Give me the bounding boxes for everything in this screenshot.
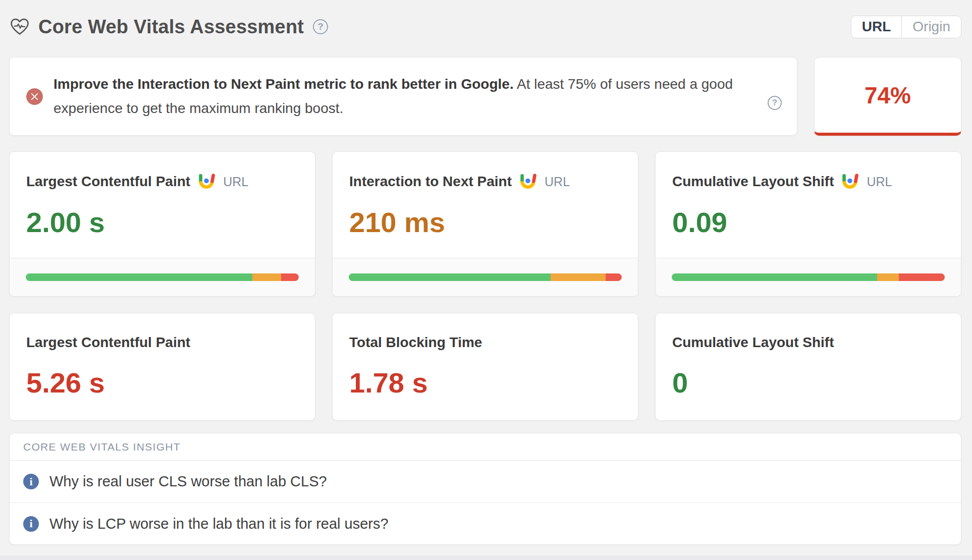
toggle-url-button[interactable]: URL [851,16,902,38]
source-tag: URL [223,175,248,189]
bar-segment-poor [281,273,299,281]
metric-card-lcp-field: Largest Contentful Paint URL 2.00 s [9,151,315,297]
insight-question: Why is LCP worse in the lab than it is f… [49,516,389,532]
metric-body: Largest Contentful Paint 5.26 s [10,313,315,418]
url-origin-toggle: URL Origin [851,16,961,38]
assessment-alert: Improve the Interaction to Next Paint me… [9,57,797,136]
metric-label: Largest Contentful Paint [26,174,190,190]
page-title: Core Web Vitals Assessment [38,16,304,38]
assessment-summary-row: Improve the Interaction to Next Paint me… [9,57,961,136]
bar-segment-poor [606,273,622,281]
info-icon: i [23,474,39,489]
metric-label-row: Cumulative Layout Shift URL [672,172,944,191]
metric-footer [10,258,315,296]
bar-segment-good [26,273,252,281]
metric-card-lcp-lab: Largest Contentful Paint 5.26 s [9,313,315,421]
metric-body: Interaction to Next Paint URL 210 ms [333,152,638,258]
chrome-crux-icon [840,172,859,191]
metric-label-row: Interaction to Next Paint URL [349,172,621,191]
field-metrics-row: Largest Contentful Paint URL 2.00 s [9,151,961,297]
bar-segment-warn [551,273,605,281]
bar-segment-warn [252,273,281,281]
lab-metrics-row: Largest Contentful Paint 5.26 s Total Bl… [9,313,961,421]
metric-label-row: Total Blocking Time [349,334,621,351]
metric-value: 5.26 s [26,369,298,397]
metric-value: 0 [672,369,944,397]
metric-card-inp-field: Interaction to Next Paint URL 210 ms [332,151,638,297]
metric-label: Total Blocking Time [349,334,482,351]
metric-footer [656,258,961,296]
metric-label: Cumulative Layout Shift [672,174,834,190]
chrome-crux-icon [197,172,216,191]
metric-value: 1.78 s [349,369,621,397]
metric-label-row: Largest Contentful Paint URL [26,172,298,191]
source-tag: URL [545,175,570,189]
header-title-group: Core Web Vitals Assessment ? [9,16,328,38]
metric-value: 0.09 [672,208,944,237]
section-header: Core Web Vitals Assessment ? URL Origin [9,0,961,40]
metric-label-row: Cumulative Layout Shift [672,334,944,351]
metric-body: Cumulative Layout Shift 0 [656,313,961,418]
toggle-origin-button[interactable]: Origin [902,16,961,38]
alert-help-icon[interactable]: ? [768,96,782,110]
metric-label: Cumulative Layout Shift [672,334,834,351]
metric-footer [333,258,638,296]
source-tag: URL [867,175,892,189]
metric-body: Largest Contentful Paint URL 2.00 s [10,152,315,258]
threshold-bar [672,273,945,281]
alert-message-emphasis: Improve the Interaction to Next Paint me… [53,76,514,92]
metric-body: Total Blocking Time 1.78 s [333,313,638,418]
x-circle-icon [26,88,43,105]
threshold-bar [349,273,622,281]
chrome-crux-icon [518,172,537,191]
bar-segment-warn [877,273,899,281]
metric-value: 2.00 s [26,208,298,237]
insight-panel-heading: CORE WEB VITALS INSIGHT [10,433,961,461]
heart-pulse-icon [9,16,30,37]
metric-card-cls-lab: Cumulative Layout Shift 0 [655,313,961,421]
title-help-icon[interactable]: ? [313,19,328,34]
alert-message: Improve the Interaction to Next Paint me… [53,72,763,121]
core-web-vitals-insight-panel: CORE WEB VITALS INSIGHT i Why is real us… [9,433,961,545]
metric-label: Largest Contentful Paint [26,334,190,351]
info-icon: i [23,516,39,532]
metric-value: 210 ms [349,208,621,237]
cwv-score-value: 74% [865,82,911,109]
insight-item-cls[interactable]: i Why is real user CLS worse than lab CL… [10,461,961,502]
bar-segment-good [349,273,551,281]
bar-segment-good [672,273,877,281]
metric-card-cls-field: Cumulative Layout Shift URL 0.09 [655,151,961,297]
metric-label-row: Largest Contentful Paint [26,334,298,351]
bar-segment-poor [899,273,945,281]
metric-card-tbt-lab: Total Blocking Time 1.78 s [332,313,638,421]
metric-label: Interaction to Next Paint [349,174,512,190]
insight-question: Why is real user CLS worse than lab CLS? [49,473,327,490]
threshold-bar [26,273,299,281]
core-web-vitals-page: Core Web Vitals Assessment ? URL Origin … [0,0,972,545]
metric-body: Cumulative Layout Shift URL 0.09 [656,152,961,258]
cwv-score-card: 74% [814,57,961,136]
next-section-edge [0,555,972,560]
insight-item-lcp[interactable]: i Why is LCP worse in the lab than it is… [10,502,961,544]
